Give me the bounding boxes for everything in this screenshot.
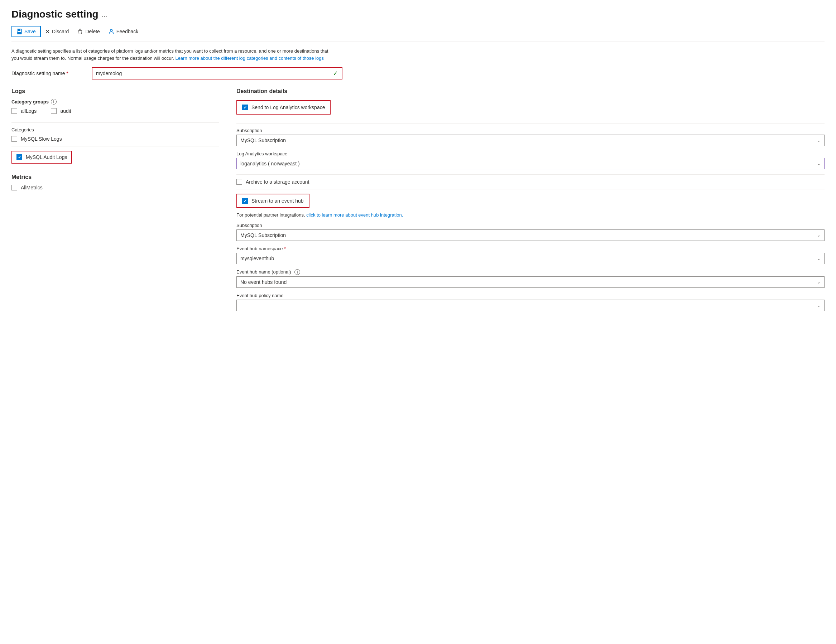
all-metrics-row: AllMetrics	[11, 185, 219, 191]
stream-event-hub-label[interactable]: Stream to an event hub	[251, 198, 304, 204]
log-analytics-workspace-select[interactable]: loganalytics ( norwayeast )	[237, 158, 824, 169]
all-logs-label[interactable]: allLogs	[21, 108, 36, 114]
svg-rect-3	[80, 29, 81, 30]
delete-label: Delete	[85, 29, 100, 34]
category-groups-checkboxes: allLogs audit	[11, 108, 219, 117]
mysql-slow-logs-row: MySQL Slow Logs	[11, 136, 219, 142]
event-hub-name-select[interactable]: No event hubs found	[237, 277, 824, 287]
event-hub-namespace-select-wrap: mysqleventhub ⌄	[237, 253, 825, 264]
mysql-slow-logs-label[interactable]: MySQL Slow Logs	[21, 136, 62, 142]
log-analytics-workspace-group: Log Analytics workspace loganalytics ( n…	[237, 151, 825, 170]
event-hub-name-info-icon[interactable]: i	[294, 269, 300, 275]
categories-label: Categories	[11, 127, 219, 132]
feedback-icon	[109, 29, 114, 34]
stream-event-hub-checkbox[interactable]	[242, 198, 248, 204]
delete-icon	[77, 29, 83, 34]
category-groups-subsection: Category groups i	[11, 99, 219, 104]
subscription-select[interactable]: MySQL Subscription	[237, 135, 824, 146]
storage-divider	[237, 189, 825, 189]
save-button[interactable]: Save	[11, 26, 41, 37]
metrics-section: Metrics AllMetrics	[11, 174, 219, 191]
subscription-select-wrap: MySQL Subscription ⌄	[237, 135, 825, 146]
mysql-slow-logs-checkbox[interactable]	[11, 136, 17, 142]
stream-event-hub-section: Stream to an event hub	[237, 194, 309, 208]
mysql-audit-logs-checkbox[interactable]	[16, 154, 22, 160]
setting-name-label: Diagnostic setting name *	[11, 70, 83, 76]
metrics-section-title: Metrics	[11, 174, 219, 181]
event-hub-subscription-group: Subscription MySQL Subscription ⌄	[237, 223, 825, 241]
archive-storage-row: Archive to a storage account	[237, 179, 825, 185]
workspace-divider	[237, 174, 825, 175]
all-logs-checkbox[interactable]	[11, 108, 17, 114]
send-to-log-analytics-section: Send to Log Analytics workspace	[237, 100, 331, 114]
audit-divider	[11, 168, 219, 168]
all-metrics-checkbox[interactable]	[11, 185, 17, 191]
ellipsis-menu[interactable]: ...	[101, 10, 108, 19]
event-hub-namespace-group: Event hub namespace * mysqleventhub ⌄	[237, 246, 825, 264]
svg-rect-1	[18, 29, 20, 31]
event-hub-policy-select-wrap: ⌄	[237, 300, 825, 311]
title-row: Diagnostic setting ...	[11, 8, 825, 20]
event-hub-namespace-select[interactable]: mysqleventhub	[237, 253, 824, 264]
send-to-log-analytics-checkbox[interactable]	[242, 104, 248, 110]
event-hub-namespace-label: Event hub namespace *	[237, 246, 825, 251]
svg-rect-2	[18, 32, 21, 34]
discard-button[interactable]: ✕ Discard	[41, 26, 73, 37]
learn-more-link[interactable]: Learn more about the different log categ…	[175, 55, 324, 61]
checkmark-icon: ✓	[333, 69, 338, 77]
logs-divider	[11, 122, 219, 123]
description-text: A diagnostic setting specifies a list of…	[11, 47, 334, 62]
event-hub-policy-group: Event hub policy name ⌄	[237, 293, 825, 311]
left-column: Logs Category groups i allLogs audit Cat…	[11, 88, 219, 316]
partner-text: For potential partner integrations, clic…	[237, 212, 825, 218]
feedback-label: Feedback	[116, 29, 138, 34]
mysql-audit-logs-label[interactable]: MySQL Audit Logs	[26, 154, 67, 160]
save-icon	[16, 29, 22, 34]
event-hub-policy-label: Event hub policy name	[237, 293, 825, 298]
save-label: Save	[24, 29, 36, 34]
event-hub-policy-select[interactable]	[237, 300, 824, 311]
audit-label[interactable]: audit	[60, 108, 71, 114]
delete-button[interactable]: Delete	[73, 26, 104, 36]
mysql-audit-logs-highlighted: MySQL Audit Logs	[11, 151, 72, 164]
category-groups-info-icon[interactable]: i	[51, 99, 57, 104]
log-analytics-workspace-select-wrap: loganalytics ( norwayeast ) ⌄	[237, 158, 825, 170]
setting-name-input[interactable]	[92, 68, 342, 79]
toolbar: Save ✕ Discard Delete Feedback	[11, 26, 825, 42]
event-hub-subscription-label: Subscription	[237, 223, 825, 228]
discard-label: Discard	[52, 29, 69, 34]
main-columns: Logs Category groups i allLogs audit Cat…	[11, 88, 825, 316]
audit-row: audit	[51, 108, 71, 114]
event-hub-name-label: Event hub name (optional) i	[237, 269, 825, 275]
destination-title: Destination details	[237, 88, 825, 95]
page-title: Diagnostic setting	[11, 8, 98, 20]
send-to-log-analytics-label[interactable]: Send to Log Analytics workspace	[251, 104, 325, 110]
log-analytics-workspace-label: Log Analytics workspace	[237, 151, 825, 157]
right-column: Destination details Send to Log Analytic…	[237, 88, 825, 316]
discard-icon: ✕	[45, 28, 50, 35]
svg-rect-4	[78, 30, 82, 31]
archive-storage-label[interactable]: Archive to a storage account	[246, 179, 309, 185]
event-hub-subscription-select[interactable]: MySQL Subscription	[237, 230, 824, 241]
all-logs-row: allLogs	[11, 108, 36, 114]
logs-section-title: Logs	[11, 88, 219, 95]
subscription-group: Subscription MySQL Subscription ⌄	[237, 128, 825, 146]
svg-point-5	[110, 29, 113, 31]
feedback-button[interactable]: Feedback	[104, 26, 142, 36]
partner-link[interactable]: click to learn more about event hub inte…	[306, 212, 403, 218]
archive-storage-checkbox[interactable]	[237, 179, 242, 185]
categories-divider	[11, 146, 219, 147]
audit-checkbox[interactable]	[51, 108, 57, 114]
subscription-label: Subscription	[237, 128, 825, 133]
setting-name-input-wrap: ✓	[92, 67, 343, 80]
event-hub-name-select-wrap: No event hubs found ⌄	[237, 276, 825, 288]
event-hub-name-group: Event hub name (optional) i No event hub…	[237, 269, 825, 288]
all-metrics-label[interactable]: AllMetrics	[21, 185, 42, 191]
log-analytics-divider	[237, 123, 825, 124]
setting-name-row: Diagnostic setting name * ✓	[11, 67, 825, 80]
event-hub-subscription-select-wrap: MySQL Subscription ⌄	[237, 230, 825, 241]
